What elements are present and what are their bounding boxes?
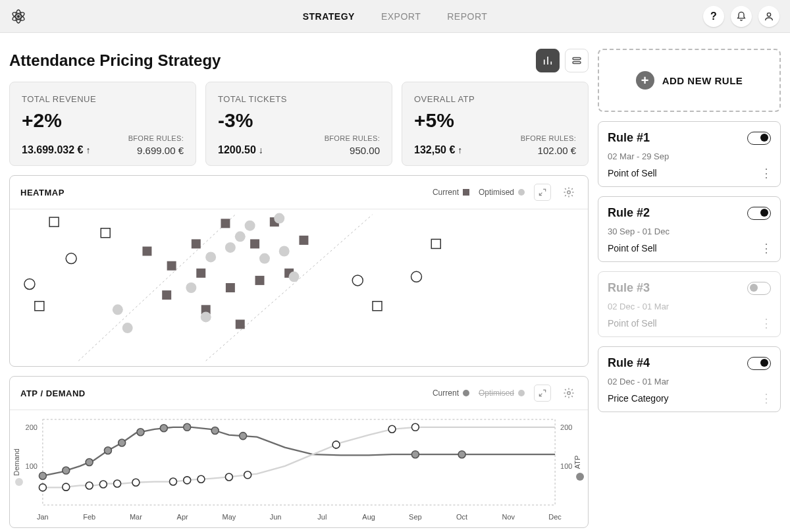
svg-point-88	[225, 473, 232, 481]
svg-text:Jan: Jan	[37, 513, 49, 521]
rule-dates: 30 Sep - 01 Dec	[608, 226, 771, 236]
svg-point-75	[211, 427, 219, 434]
nav-strategy[interactable]: STRATEGY	[303, 11, 355, 22]
stat-value: 1200.50 ↓	[218, 144, 263, 156]
settings-button[interactable]	[560, 184, 577, 201]
rule-menu-button[interactable]: ⋮	[760, 322, 771, 325]
rule-toggle[interactable]	[747, 282, 771, 295]
svg-text:Sep: Sep	[409, 513, 422, 521]
stat-before: BFORE RULES: 950.00	[325, 134, 380, 156]
svg-point-25	[122, 323, 133, 333]
svg-point-92	[411, 423, 419, 431]
view-toggle	[536, 49, 589, 72]
svg-point-84	[132, 479, 140, 486]
nav-report[interactable]: REPORT	[447, 11, 487, 22]
svg-text:Aug: Aug	[362, 513, 375, 521]
svg-point-86	[184, 477, 191, 484]
help-icon: ?	[710, 11, 717, 22]
main-nav: STRATEGY EXPORT REPORT	[303, 11, 488, 22]
svg-point-71	[118, 439, 126, 446]
stat-before: BFORE RULES: 102.00 €	[521, 134, 576, 156]
rule-card-2[interactable]: Rule #2 30 Sep - 01 Dec Point of Sell ⋮	[598, 196, 781, 262]
stat-title: OVERALL ATP	[414, 94, 576, 104]
rule-card-1[interactable]: Rule #1 02 Mar - 29 Sep Point of Sell ⋮	[598, 121, 781, 187]
app-header: STRATEGY EXPORT REPORT ?	[0, 0, 790, 33]
rule-name: Rule #3	[608, 281, 650, 295]
rule-type: Point of Sell	[608, 318, 657, 329]
svg-rect-14	[196, 269, 205, 278]
rule-name: Rule #2	[608, 206, 650, 220]
svg-point-91	[388, 425, 396, 433]
svg-point-45	[567, 392, 571, 395]
before-value: 950.00	[350, 145, 380, 156]
expand-button[interactable]	[534, 385, 551, 402]
svg-rect-17	[226, 283, 235, 292]
svg-point-78	[458, 451, 465, 458]
stat-pct: +5%	[414, 109, 576, 132]
add-rule-button[interactable]: + ADD NEW RULE	[598, 49, 781, 112]
svg-point-67	[39, 472, 46, 479]
expand-button[interactable]	[534, 184, 551, 201]
before-label: BFORE RULES:	[521, 134, 576, 142]
svg-point-80	[63, 483, 70, 491]
dot-icon	[518, 189, 525, 196]
svg-text:Oct: Oct	[456, 513, 467, 521]
help-button[interactable]: ?	[703, 6, 724, 27]
page-title: Attendance Pricing Strategy	[9, 51, 221, 70]
svg-text:Apr: Apr	[177, 513, 188, 521]
svg-point-76	[240, 433, 247, 440]
atp-chart[interactable]: 200100200100DemandATPJanFebMarAprMayJunJ…	[10, 410, 588, 527]
stat-pct: -3%	[218, 109, 380, 132]
stat-card-tickets: TOTAL TICKETS -3% 1200.50 ↓ BFORE RULES:…	[205, 82, 392, 166]
atp-title: ATP / DEMAND	[20, 388, 86, 398]
view-chart-button[interactable]	[536, 49, 560, 72]
svg-rect-41	[49, 217, 59, 226]
svg-rect-43	[373, 302, 382, 311]
svg-point-4	[767, 13, 770, 16]
square-icon	[463, 189, 469, 196]
rule-type: Point of Sell	[608, 168, 657, 178]
rule-toggle[interactable]	[747, 132, 771, 145]
svg-point-26	[186, 282, 196, 293]
gear-icon	[563, 186, 575, 198]
arrow-up-icon: ↑	[86, 145, 90, 155]
svg-rect-44	[431, 239, 440, 248]
legend-label: Optimised	[479, 188, 514, 197]
rule-menu-button[interactable]: ⋮	[760, 172, 771, 174]
expand-icon	[538, 188, 547, 197]
rule-card-3[interactable]: Rule #3 02 Dec - 01 Mar Point of Sell ⋮	[598, 271, 781, 337]
legend-label: Optimised	[479, 388, 514, 398]
svg-rect-6	[573, 62, 581, 64]
profile-button[interactable]	[758, 6, 779, 27]
rule-card-4[interactable]: Rule #4 02 Dec - 01 Mar Price Category ⋮	[598, 346, 781, 412]
svg-point-87	[198, 475, 205, 483]
svg-text:100: 100	[560, 462, 572, 470]
svg-point-36	[24, 279, 35, 289]
list-icon	[571, 55, 583, 66]
rule-toggle[interactable]	[747, 357, 771, 370]
svg-point-28	[205, 252, 216, 262]
svg-text:Mar: Mar	[130, 513, 142, 521]
rule-type: Price Category	[608, 393, 669, 404]
svg-point-68	[63, 467, 70, 474]
view-list-button[interactable]	[565, 49, 589, 72]
plus-icon: +	[636, 71, 654, 90]
before-value: 9.699.00 €	[137, 145, 184, 156]
stat-value: 13.699.032 € ↑	[22, 144, 90, 156]
rule-toggle[interactable]	[747, 207, 771, 220]
svg-point-72	[137, 429, 144, 436]
svg-point-81	[86, 482, 93, 489]
svg-point-33	[274, 213, 284, 224]
user-icon	[764, 11, 774, 22]
nav-export[interactable]: EXPORT	[381, 11, 421, 22]
svg-point-90	[332, 441, 340, 448]
svg-text:Dec: Dec	[548, 513, 562, 521]
settings-button[interactable]	[560, 385, 577, 402]
heatmap-chart[interactable]	[10, 209, 588, 366]
rule-menu-button[interactable]: ⋮	[760, 247, 771, 250]
svg-point-3	[18, 15, 20, 17]
notifications-button[interactable]	[731, 6, 752, 27]
rule-menu-button[interactable]: ⋮	[760, 397, 771, 400]
rule-dates: 02 Dec - 01 Mar	[608, 377, 771, 386]
svg-point-74	[184, 423, 191, 431]
